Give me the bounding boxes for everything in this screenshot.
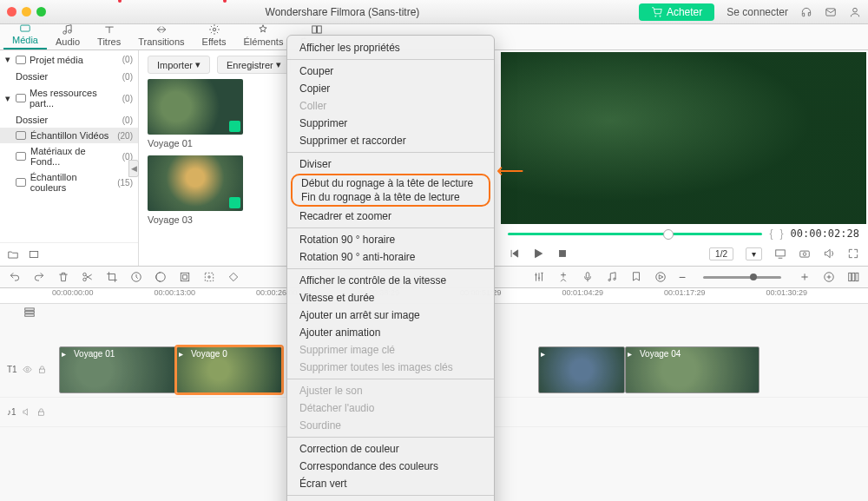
bracket-out[interactable]: } — [780, 227, 784, 240]
audio-sync-icon[interactable] — [606, 271, 618, 283]
buy-button[interactable]: Acheter — [639, 3, 714, 21]
ctx-rotate-ccw[interactable]: Rotation 90 ° anti-horaire — [287, 248, 494, 266]
clip-thumbnail[interactable] — [148, 155, 243, 211]
track-manager-icon[interactable] — [23, 306, 36, 318]
green-screen-icon[interactable] — [179, 271, 191, 283]
timeline-clip[interactable]: ▸ — [538, 346, 625, 393]
ctx-rotate-cw[interactable]: Rotation 90 ° horaire — [287, 231, 494, 248]
mute-icon[interactable] — [22, 407, 31, 417]
preview-quality-dropdown[interactable]: ▾ — [746, 247, 762, 260]
mixer-icon[interactable] — [533, 271, 545, 283]
svg-point-18 — [208, 276, 210, 278]
keyframe-icon[interactable] — [227, 271, 240, 283]
tab-titles[interactable]: Titres — [89, 23, 129, 49]
timeline-clip[interactable]: ▸Voyage 01 — [59, 346, 176, 393]
sidebar-item-folder[interactable]: Dossier(0) — [0, 112, 138, 128]
maximize-window-button[interactable] — [36, 7, 46, 16]
svg-rect-32 — [38, 412, 43, 415]
preview-scrubber[interactable]: { } 00:00:02:28 — [499, 226, 868, 241]
sidebar-item-shared[interactable]: ▾Mes ressources part...(0) — [0, 84, 138, 112]
sidebar-item-backgrounds[interactable]: Matériaux de Fond...(0) — [0, 143, 138, 169]
tracking-icon[interactable] — [203, 271, 215, 283]
svg-rect-2 — [21, 25, 30, 31]
svg-rect-24 — [849, 273, 852, 280]
ctx-copy[interactable]: Copier — [287, 80, 494, 97]
lock-icon[interactable] — [36, 407, 46, 417]
zoom-slider[interactable] — [703, 276, 781, 279]
ctx-speed-control[interactable]: Afficher le contrôle de la vitesse — [287, 272, 494, 289]
visibility-icon[interactable] — [23, 365, 32, 374]
ctx-green-screen[interactable]: Écran vert — [287, 475, 494, 492]
sidebar-item-project[interactable]: ▾Projet média(0) — [0, 50, 138, 69]
sidebar-item-sample-colors[interactable]: Échantillon couleurs(15) — [0, 169, 138, 195]
account-icon[interactable] — [849, 6, 861, 18]
svg-rect-0 — [826, 8, 836, 15]
timeline-clip[interactable]: ▸Voyage 04 — [625, 346, 760, 393]
ctx-color-correction[interactable]: Correction de couleur — [287, 440, 494, 458]
view-mode-icon[interactable] — [847, 271, 859, 283]
zoom-out-icon[interactable]: − — [679, 270, 686, 284]
mail-icon[interactable] — [825, 6, 837, 18]
redo-icon[interactable] — [33, 271, 45, 283]
ctx-color-match[interactable]: Correspondance des couleurs — [287, 458, 494, 475]
marker-icon[interactable] — [630, 271, 642, 283]
new-folder-icon[interactable] — [7, 248, 19, 260]
headset-icon[interactable] — [800, 6, 812, 18]
preview-viewport[interactable] — [501, 52, 866, 224]
ctx-delete[interactable]: Supprimer — [287, 115, 494, 132]
sidebar-collapse-handle[interactable]: ◀ — [128, 160, 139, 177]
ctx-trim-start[interactable]: Début du rognage à la tête de lecture — [301, 176, 480, 190]
ctx-split[interactable]: Diviser — [287, 155, 494, 173]
bracket-in[interactable]: { — [769, 227, 773, 240]
sidebar-item-sample-videos[interactable]: Échantillon Vidéos(20) — [0, 128, 138, 143]
ctx-add-animation[interactable]: Ajouter animation — [287, 324, 494, 341]
ctx-freeze-frame[interactable]: Ajouter un arrêt sur image — [287, 307, 494, 324]
speed-icon[interactable] — [130, 271, 142, 283]
fullscreen-icon[interactable] — [847, 247, 859, 260]
svg-rect-19 — [586, 273, 589, 278]
voiceover-icon[interactable] — [582, 271, 594, 283]
render-icon[interactable] — [654, 271, 667, 283]
zoom-fit-icon[interactable] — [823, 271, 835, 283]
display-icon[interactable] — [774, 247, 786, 260]
ctx-speed-duration[interactable]: Vitesse et durée — [287, 289, 494, 307]
tab-transitions[interactable]: Transitions — [129, 23, 193, 49]
tab-media[interactable]: Média — [3, 22, 47, 49]
login-link[interactable]: Se connecter — [727, 6, 788, 18]
play-icon[interactable] — [532, 247, 544, 260]
delete-icon[interactable] — [57, 271, 69, 283]
clip-thumbnail[interactable] — [148, 79, 243, 135]
marker-add-icon[interactable] — [557, 271, 569, 283]
tab-effects[interactable]: Effets — [194, 23, 235, 49]
close-window-button[interactable] — [7, 7, 16, 16]
ctx-properties[interactable]: Afficher les propriétés — [287, 39, 494, 56]
stop-icon[interactable] — [556, 247, 569, 260]
ctx-trim-end[interactable]: Fin du rognage à la tête de lecture — [301, 190, 480, 204]
ctx-delete-keyframe: Supprimer image clé — [287, 341, 494, 359]
lock-icon[interactable] — [37, 365, 47, 374]
title-bar: Wondershare Filmora (Sans-titre) Acheter… — [0, 0, 868, 24]
new-bin-icon[interactable] — [28, 248, 40, 260]
ctx-crop-zoom[interactable]: Recadrer et zoomer — [287, 208, 494, 225]
snapshot-icon[interactable] — [799, 247, 811, 260]
timecode-display: 00:00:02:28 — [791, 227, 859, 240]
zoom-in-icon[interactable]: ＋ — [799, 269, 811, 285]
sidebar-item-folder[interactable]: Dossier(0) — [0, 69, 138, 84]
tab-audio[interactable]: Audio — [47, 23, 89, 49]
cut-icon[interactable] — [82, 271, 94, 283]
tab-elements[interactable]: Éléments — [235, 23, 293, 49]
volume-icon[interactable] — [823, 247, 835, 260]
window-controls — [7, 7, 46, 16]
minimize-window-button[interactable] — [22, 7, 31, 16]
svg-rect-9 — [800, 251, 810, 257]
step-back-icon[interactable] — [508, 247, 520, 260]
ctx-ripple-delete[interactable]: Supprimer et raccorder — [287, 132, 494, 149]
save-button[interactable]: Enregistrer▾ — [217, 56, 291, 74]
import-button[interactable]: Importer▾ — [148, 56, 210, 74]
undo-icon[interactable] — [9, 271, 21, 283]
preview-quality-select[interactable]: 1/2 — [709, 247, 733, 260]
timeline-clip-selected[interactable]: ▸Voyage 0 — [176, 346, 282, 393]
crop-icon[interactable] — [106, 271, 118, 283]
color-icon[interactable] — [155, 271, 167, 283]
ctx-cut[interactable]: Couper — [287, 63, 494, 80]
